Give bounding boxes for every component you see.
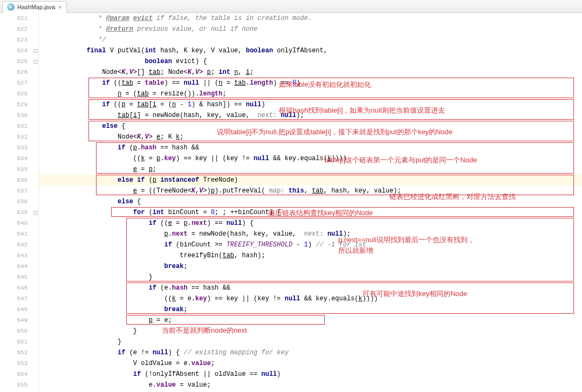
code-line[interactable]: Node<K,V>[] tab; Node<K,V> p; int n, i; xyxy=(39,67,582,78)
code-line[interactable]: boolean evict) { xyxy=(39,56,582,67)
code-line[interactable]: Node<K,V> e; K k; xyxy=(39,132,582,142)
code-line[interactable]: else { xyxy=(39,121,582,132)
code-line[interactable]: * @param evict if false, the table is in… xyxy=(39,13,582,24)
code-line[interactable]: else { xyxy=(39,196,582,207)
code-line[interactable]: ((k = p.key) == key || (key != null && k… xyxy=(39,153,582,164)
line-number: 642 xyxy=(0,239,38,250)
line-number: 632 xyxy=(0,132,38,142)
line-number: 631 xyxy=(0,121,38,132)
line-number: 640 xyxy=(0,218,38,229)
code-line[interactable]: for (int binCount = 0; ; ++binCount) { xyxy=(39,207,582,218)
line-number: 649 xyxy=(0,315,38,326)
code-line[interactable]: } xyxy=(39,272,582,283)
code-line[interactable]: ((k = e.key) == key || (key != null && k… xyxy=(39,293,582,304)
code-line[interactable]: break; xyxy=(39,304,582,315)
code-line[interactable]: e = ((TreeNode<K,V>)p).putTreeVal( map: … xyxy=(39,185,582,196)
line-number: 650 xyxy=(0,326,38,336)
code-line[interactable]: tab[i] = newNode(hash, key, value, next:… xyxy=(39,110,582,121)
line-number: 647 xyxy=(0,293,38,304)
line-number: 643 xyxy=(0,250,38,261)
code-line[interactable]: */ xyxy=(39,35,582,45)
line-number: 653 xyxy=(0,358,38,369)
code-line[interactable]: if ((p = tab[i = (n - 1) & hash]) == nul… xyxy=(39,99,582,110)
line-number: 639 xyxy=(0,207,38,218)
editor: 6216226236246256266276286296306316326336… xyxy=(0,13,582,392)
code-line[interactable]: if (e != null) { // existing mapping for… xyxy=(39,347,582,358)
line-number: 635 xyxy=(0,164,38,175)
code-area[interactable]: 如果table没有初始化就初始化 根据hash找到table[i]，如果为nul… xyxy=(39,13,582,392)
line-number: 625 xyxy=(0,56,38,67)
close-icon[interactable]: × xyxy=(58,4,61,10)
code-line[interactable]: } xyxy=(39,326,582,336)
line-number: 644 xyxy=(0,261,38,272)
line-number: 654 xyxy=(0,369,38,380)
code-line[interactable]: } xyxy=(39,336,582,347)
code-line[interactable]: if (!onlyIfAbsent || oldValue == null) xyxy=(39,369,582,380)
code-line[interactable]: if ((tab = table) == null || (n = tab.le… xyxy=(39,78,582,88)
code-line[interactable]: if (e.hash == hash && xyxy=(39,283,582,293)
code-line[interactable]: p.next = newNode(hash, key, value, next:… xyxy=(39,229,582,239)
code-line[interactable]: * @return previous value, or null if non… xyxy=(39,24,582,35)
code-line[interactable]: n = (tab = resize()).length; xyxy=(39,88,582,99)
line-number: 627 xyxy=(0,78,38,88)
code-line[interactable]: if ((e = p.next) == null) { xyxy=(39,218,582,229)
code-line[interactable]: final V putVal(int hash, K key, V value,… xyxy=(39,45,582,56)
code-line[interactable]: e = p; xyxy=(39,164,582,175)
code-line[interactable]: if (p.hash == hash && xyxy=(39,142,582,153)
code-line[interactable]: e.value = value; xyxy=(39,380,582,390)
line-number: 636 xyxy=(0,175,38,185)
line-number: 652 xyxy=(0,347,38,358)
line-number: 626 xyxy=(0,67,38,78)
line-number: 655 xyxy=(0,380,38,390)
line-number: 628 xyxy=(0,88,38,99)
code-line[interactable]: if (binCount >= TREEIFY_THRESHOLD - 1) /… xyxy=(39,239,582,250)
line-number: 629 xyxy=(0,99,38,110)
fold-icon[interactable] xyxy=(33,49,37,53)
line-number: 645 xyxy=(0,272,38,283)
line-number: 648 xyxy=(0,304,38,315)
code-line[interactable]: V oldValue = e.value; xyxy=(39,358,582,369)
fold-icon[interactable] xyxy=(33,211,37,215)
code-line[interactable]: treeifyBin(tab, hash); xyxy=(39,250,582,261)
line-number: 622 xyxy=(0,24,38,35)
fold-icon[interactable] xyxy=(33,60,37,64)
code-line[interactable]: break; xyxy=(39,261,582,272)
line-number: 634 xyxy=(0,153,38,164)
line-number: 641 xyxy=(0,229,38,239)
java-class-icon xyxy=(7,3,15,11)
line-number: 624 xyxy=(0,45,38,56)
line-number: 637 xyxy=(0,185,38,196)
gutter: 6216226236246256266276286296306316326336… xyxy=(0,13,39,392)
line-number: 646 xyxy=(0,283,38,293)
code-line[interactable]: p = e; xyxy=(39,315,582,326)
tab-filename: HashMap.java xyxy=(17,4,55,10)
line-number: 621 xyxy=(0,13,38,24)
tab-bar: HashMap.java × xyxy=(0,0,582,13)
line-number: 651 xyxy=(0,336,38,347)
line-number: 638 xyxy=(0,196,38,207)
line-number: 630 xyxy=(0,110,38,121)
code-line[interactable]: else if (p instanceof TreeNode) xyxy=(39,175,582,185)
line-number: 633 xyxy=(0,142,38,153)
file-tab[interactable]: HashMap.java × xyxy=(2,1,67,13)
line-number: 623 xyxy=(0,35,38,45)
